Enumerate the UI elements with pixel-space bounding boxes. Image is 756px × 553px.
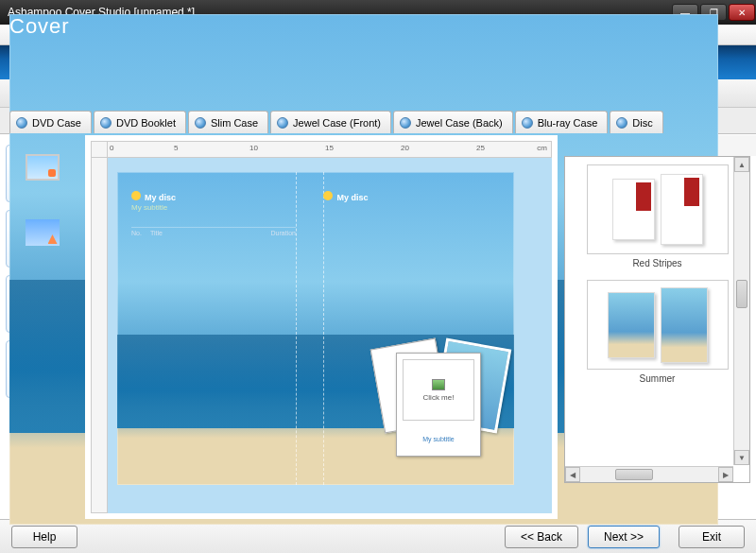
ruler-vertical [91, 158, 108, 513]
brand-bar: Ashampoo CoverStudio [0, 45, 756, 79]
main-area: New Image Background T New Text New Tabl… [0, 134, 756, 519]
scroll-left-icon[interactable]: ◀ [565, 467, 580, 482]
tab-jewel-front[interactable]: Jewel Case (Front) [270, 111, 391, 133]
spine-area [296, 172, 324, 485]
disc-icon [616, 117, 627, 129]
next-button[interactable]: Next >> [588, 526, 660, 548]
sun-icon [131, 191, 141, 200]
tab-bluray[interactable]: Blu-ray Case [515, 111, 609, 133]
scroll-up-icon[interactable]: ▲ [734, 157, 749, 172]
theme-summer[interactable]: Summer [573, 280, 742, 384]
photo-front[interactable]: Click me! My subtitle [396, 353, 481, 457]
tab-dvd-booklet[interactable]: DVD Booklet [94, 111, 186, 133]
scroll-down-icon[interactable]: ▼ [734, 450, 749, 465]
cover-layout[interactable]: My disc My subtitle My disc No. Title Du… [117, 172, 514, 485]
disc-icon [16, 117, 27, 129]
disc-icon [522, 117, 533, 129]
theme-red-stripes[interactable]: Red Stripes [573, 164, 742, 268]
background-icon [26, 219, 60, 246]
scroll-thumb[interactable] [736, 280, 747, 308]
vertical-scrollbar[interactable]: ▲ ▼ [733, 157, 749, 465]
help-button[interactable]: Help [11, 526, 77, 548]
tab-dvd-case[interactable]: DVD Case [9, 111, 92, 133]
artboard[interactable]: My disc My subtitle My disc No. Title Du… [108, 158, 552, 513]
picture-placeholder-icon [432, 379, 445, 390]
disc-icon [277, 117, 288, 129]
sun-icon [323, 191, 333, 200]
disc-icon [195, 117, 206, 129]
close-button[interactable]: ✕ [729, 4, 755, 21]
scroll-thumb-h[interactable] [615, 469, 653, 480]
front-title[interactable]: My disc [323, 191, 368, 202]
scroll-right-icon[interactable]: ▶ [718, 467, 733, 482]
tab-jewel-back[interactable]: Jewel Case (Back) [393, 111, 513, 133]
back-title[interactable]: My disc My subtitle [131, 191, 176, 212]
back-subtitle: My subtitle [131, 203, 167, 212]
exit-button[interactable]: Exit [679, 526, 745, 548]
back-button[interactable]: << Back [505, 526, 578, 548]
photo-stack[interactable]: Click me! My subtitle [377, 343, 500, 466]
side-panel: Themes Objects Red Stripes Summer ▲ ▼ ◀ … [558, 135, 756, 519]
horizontal-scrollbar[interactable]: ◀ ▶ [565, 466, 733, 482]
canvas-area: 0 5 10 15 20 25 cm My disc My subtitle [85, 135, 558, 519]
click-me-label: Click me! [423, 393, 455, 402]
image-icon [26, 154, 60, 181]
ruler-unit: cm [537, 144, 547, 152]
tab-disc[interactable]: Disc [610, 111, 662, 133]
disc-icon [100, 117, 112, 129]
disc-icon [400, 117, 411, 129]
track-list[interactable]: No. Title Duration [131, 227, 296, 284]
themes-list: Red Stripes Summer ▲ ▼ ◀ ▶ [564, 156, 750, 483]
document-tabs: DVD Case DVD Booklet Slim Case Jewel Cas… [0, 108, 756, 134]
ruler-horizontal: 0 5 10 15 20 25 cm [108, 141, 552, 158]
ruler-corner [91, 141, 108, 158]
photo-subtitle: My subtitle [403, 436, 474, 442]
tab-slim-case[interactable]: Slim Case [188, 111, 268, 133]
